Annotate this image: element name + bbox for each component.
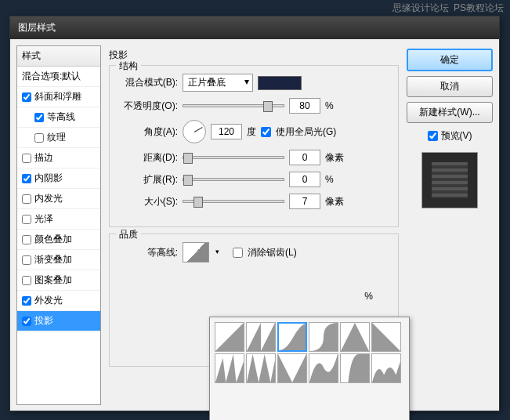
bevel-checkbox[interactable] [22,92,31,102]
size-input[interactable] [289,194,320,209]
distance-input[interactable] [289,150,320,165]
style-pattern-overlay[interactable]: 图案叠加 [17,270,100,291]
angle-dial[interactable] [183,120,206,143]
antialias-checkbox[interactable] [233,248,243,258]
outer-glow-checkbox[interactable] [22,296,31,306]
preview-thumbnail [421,152,478,208]
stroke-checkbox[interactable] [22,154,31,163]
svg-marker-3 [341,323,369,351]
angle-unit: 度 [247,125,256,139]
layer-style-dialog: 图层样式 样式 混合选项:默认 斜面和浮雕 等高线 纹理 描边 内阴影 内发光 … [9,16,500,411]
contour-preset[interactable] [215,353,244,383]
contour-label: 等高线: [119,246,178,259]
new-style-button[interactable]: 新建样式(W)... [407,102,493,123]
style-satin[interactable]: 光泽 [17,209,100,230]
spread-unit: % [325,174,334,185]
style-gradient-overlay[interactable]: 渐变叠加 [17,250,100,270]
section-title: 投影 [109,49,399,62]
svg-marker-5 [215,354,244,382]
contour-preset[interactable] [277,353,307,383]
texture-checkbox[interactable] [34,133,44,143]
preview-label: 预览(V) [441,129,472,143]
color-overlay-checkbox[interactable] [22,235,31,244]
contour-preset[interactable] [371,322,401,352]
dialog-titlebar[interactable]: 图层样式 [10,16,499,39]
style-inner-shadow[interactable]: 内阴影 [17,168,100,189]
structure-fieldset: 结构 混合模式(B): 正片叠底 不透明度(O): % 角度(A): 度 [109,65,399,227]
styles-header: 样式 [17,46,100,67]
spread-input[interactable] [289,172,320,187]
gradient-overlay-checkbox[interactable] [22,255,31,265]
action-panel: 确定 取消 新建样式(W)... 预览(V) [407,45,493,405]
antialias-label: 消除锯齿(L) [248,246,297,259]
contour-preset[interactable] [246,353,276,383]
satin-checkbox[interactable] [22,215,31,224]
distance-unit: 像素 [325,151,344,165]
blend-mode-label: 混合模式(B): [119,76,178,89]
watermark-text-2: PS教程论坛 [454,2,504,13]
opacity-unit: % [325,100,334,111]
contour-checkbox[interactable] [34,113,44,122]
styles-list: 样式 混合选项:默认 斜面和浮雕 等高线 纹理 描边 内阴影 内发光 光泽 颜色… [16,45,101,405]
contour-picker[interactable] [183,242,209,262]
blend-options[interactable]: 混合选项:默认 [17,67,100,87]
angle-label: 角度(A): [119,125,178,139]
dialog-title: 图层样式 [18,22,56,33]
contour-preset[interactable] [309,322,338,352]
style-contour[interactable]: 等高线 [17,107,100,128]
style-stroke[interactable]: 描边 [17,148,100,168]
contour-preset[interactable] [340,353,370,383]
contour-preset[interactable] [309,353,338,383]
style-texture[interactable]: 纹理 [17,128,100,148]
cancel-button[interactable]: 取消 [407,76,493,97]
inner-glow-checkbox[interactable] [22,194,31,204]
structure-label: 结构 [116,60,141,73]
drop-shadow-checkbox[interactable] [22,317,31,326]
distance-label: 距离(D): [119,151,178,165]
inner-shadow-checkbox[interactable] [22,174,31,183]
style-outer-glow[interactable]: 外发光 [17,291,100,311]
contour-preset[interactable] [215,322,244,352]
opacity-slider[interactable] [183,104,284,107]
pattern-overlay-checkbox[interactable] [22,276,31,285]
size-label: 大小(S): [119,195,178,208]
style-color-overlay[interactable]: 颜色叠加 [17,230,100,250]
angle-input[interactable] [211,124,242,139]
style-drop-shadow[interactable]: 投影 [17,311,100,331]
ok-button[interactable]: 确定 [407,49,493,71]
settings-panel: 投影 结构 混合模式(B): 正片叠底 不透明度(O): % 角度(A): [106,45,402,405]
preview-checkbox[interactable] [428,131,438,141]
contour-preset[interactable] [340,322,370,352]
size-slider[interactable] [183,200,284,203]
distance-slider[interactable] [183,156,284,159]
style-bevel[interactable]: 斜面和浮雕 [17,87,100,107]
contour-preset[interactable] [371,353,401,383]
style-inner-glow[interactable]: 内发光 [17,189,100,209]
contour-preset-selected[interactable] [277,322,307,352]
svg-marker-6 [247,354,275,382]
spread-slider[interactable] [183,178,284,181]
svg-marker-7 [278,354,306,382]
shadow-color-swatch[interactable] [258,76,302,90]
contour-popup: ⚙ ▸ [209,317,410,420]
svg-marker-2 [261,323,275,351]
svg-marker-4 [372,323,400,351]
global-light-checkbox[interactable] [261,127,271,137]
svg-marker-0 [215,323,244,351]
quality-label: 品质 [116,228,141,241]
watermark-text-1: 思缘设计论坛 [392,2,449,13]
opacity-input[interactable] [289,98,320,114]
contour-preset[interactable] [246,322,276,352]
size-unit: 像素 [325,195,344,208]
spread-label: 扩展(R): [119,173,178,186]
opacity-label: 不透明度(O): [119,100,178,113]
blend-mode-select[interactable]: 正片叠底 [183,74,253,92]
svg-marker-1 [247,323,261,351]
global-light-label: 使用全局光(G) [276,125,336,139]
noise-unit: % [364,291,373,302]
